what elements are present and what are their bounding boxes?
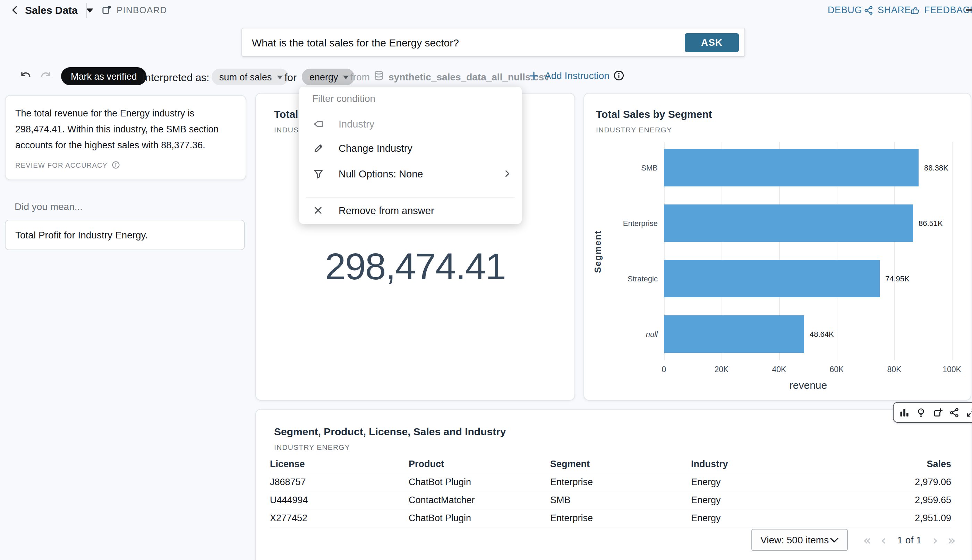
info-icon[interactable] xyxy=(613,70,624,81)
menu-item-industry[interactable]: Industry xyxy=(299,113,522,135)
info-icon[interactable] xyxy=(112,161,120,169)
table-cell: Enterprise xyxy=(550,513,691,523)
view-items-dropdown[interactable]: View: 500 items xyxy=(751,529,848,551)
database-icon xyxy=(373,70,384,81)
chart-type-icon[interactable] xyxy=(899,407,910,418)
prev-page-button[interactable]: ‹ xyxy=(881,533,886,547)
bar-Strategic[interactable] xyxy=(664,260,880,297)
chevron-down-icon xyxy=(86,7,94,13)
table-subtitle: INDUSTRY ENERGY xyxy=(274,443,350,451)
first-page-button[interactable]: « xyxy=(863,533,871,547)
metric-chip[interactable]: sum of sales xyxy=(212,68,289,85)
review-accuracy-label: REVIEW FOR ACCURACY xyxy=(15,161,107,169)
undo-button[interactable] xyxy=(19,70,33,82)
share-icon xyxy=(864,5,873,15)
share-label: SHARE xyxy=(878,5,911,15)
table-cell: Enterprise xyxy=(550,477,691,487)
tag-icon xyxy=(313,118,324,130)
feedback-button[interactable]: FEEDBACK xyxy=(910,5,972,15)
table-cell: J868757 xyxy=(270,477,409,487)
menu-item-remove-from-answer[interactable]: Remove from answer xyxy=(299,200,522,222)
pagination: View: 500 items « ‹ 1 of 1 › » xyxy=(751,529,956,551)
table-cell: U444994 xyxy=(270,495,409,505)
expand-icon[interactable] xyxy=(966,407,972,418)
column-header[interactable]: Segment xyxy=(550,459,691,469)
table-cell: X277452 xyxy=(270,513,409,523)
menu-header: Filter condition xyxy=(312,93,375,104)
menu-divider xyxy=(306,197,515,198)
filter-context-menu: Filter condition Industry Change Industr… xyxy=(299,87,522,224)
y-axis-label: Segment xyxy=(592,142,603,360)
redo-button[interactable] xyxy=(39,70,52,82)
table-card: Segment, Product, License, Sales and Ind… xyxy=(255,409,971,560)
menu-item-null-options[interactable]: Null Options: None xyxy=(299,163,522,185)
share-icon[interactable] xyxy=(949,407,960,418)
close-icon xyxy=(313,205,324,216)
column-header[interactable]: License xyxy=(270,459,409,469)
funnel-icon xyxy=(313,168,324,180)
thumbs-up-icon xyxy=(910,5,920,15)
category-label: SMB xyxy=(605,163,658,172)
pinboard-label: PINBOARD xyxy=(117,5,167,15)
x-axis-label: revenue xyxy=(664,379,953,391)
chevron-down-icon xyxy=(343,75,349,79)
interpreted-as-label: Interpreted as: xyxy=(142,72,209,83)
table-cell: Energy xyxy=(691,477,832,487)
table-cell: ContactMatcher xyxy=(409,495,550,505)
chevron-down-icon xyxy=(830,537,839,543)
bar-null[interactable] xyxy=(664,315,804,353)
debug-label: DEBUG xyxy=(828,5,862,15)
table-row: X277452ChatBot PluginEnterpriseEnergy2,9… xyxy=(270,509,951,527)
table-cell: SMB xyxy=(550,495,691,505)
menu-item-change-industry[interactable]: Change Industry xyxy=(299,137,522,159)
column-header[interactable]: Sales xyxy=(832,459,951,469)
mark-as-verified-button[interactable]: Mark as verified xyxy=(61,67,147,85)
category-label: null xyxy=(605,330,658,338)
filter-chip[interactable]: energy xyxy=(302,68,355,85)
suggestion-card[interactable]: Total Profit for Industry Energy. xyxy=(5,220,245,250)
header-divider xyxy=(86,3,87,18)
bar-SMB[interactable] xyxy=(664,149,918,187)
share-button[interactable]: SHARE xyxy=(864,5,911,15)
table-cell: 2,959.65 xyxy=(832,495,951,505)
feedback-label: FEEDBACK xyxy=(924,5,972,15)
last-page-button[interactable]: » xyxy=(948,533,956,547)
next-page-button[interactable]: › xyxy=(933,533,938,547)
dataset-selector[interactable]: Sales Data xyxy=(25,4,94,16)
table-cell: Energy xyxy=(691,513,832,523)
category-label: Enterprise xyxy=(605,219,658,227)
pinboard-button[interactable]: PINBOARD xyxy=(101,5,167,15)
chevron-down-icon xyxy=(277,75,283,79)
table-title: Segment, Product, License, Sales and Ind… xyxy=(274,425,506,437)
dataset-title: Sales Data xyxy=(25,4,78,16)
back-button[interactable] xyxy=(10,5,20,15)
summary-text: The total revenue for the Energy industr… xyxy=(15,105,236,153)
pencil-icon xyxy=(313,143,324,154)
bar-chart-card: Total Sales by Segment INDUSTRY ENERGY S… xyxy=(584,93,971,401)
debug-button[interactable]: DEBUG xyxy=(828,5,862,15)
value-label: 88.38K xyxy=(924,163,949,172)
value-label: 74.95K xyxy=(885,275,910,283)
column-header[interactable]: Product xyxy=(409,459,550,469)
did-you-mean-label: Did you mean... xyxy=(15,201,82,212)
for-label: for xyxy=(284,72,296,83)
x-tick: 0 xyxy=(662,365,666,373)
ask-button[interactable]: ASK xyxy=(685,33,739,52)
summary-card: The total revenue for the Energy industr… xyxy=(5,95,246,180)
truncated-control[interactable] xyxy=(966,9,972,11)
question-input[interactable]: What is the total sales for the Energy s… xyxy=(242,37,685,48)
data-table: LicenseProductSegmentIndustrySalesJ86875… xyxy=(270,455,951,527)
column-header[interactable]: Industry xyxy=(691,459,832,469)
chevron-left-icon xyxy=(10,5,20,15)
bar-Enterprise[interactable] xyxy=(664,205,913,242)
pinboard-icon xyxy=(101,5,112,15)
value-label: 86.51K xyxy=(918,219,943,227)
page-info: 1 of 1 xyxy=(896,534,923,545)
pin-to-pinboard-icon[interactable] xyxy=(932,407,943,418)
add-instruction-button[interactable]: Add Instruction xyxy=(529,70,609,81)
bar-chart-title: Total Sales by Segment xyxy=(596,108,712,120)
insights-bulb-icon[interactable] xyxy=(916,407,926,418)
table-row: U444994ContactMatcherSMBEnergy2,959.65 xyxy=(270,492,951,509)
category-label: Strategic xyxy=(605,275,658,283)
table-cell: 2,951.09 xyxy=(832,513,951,523)
